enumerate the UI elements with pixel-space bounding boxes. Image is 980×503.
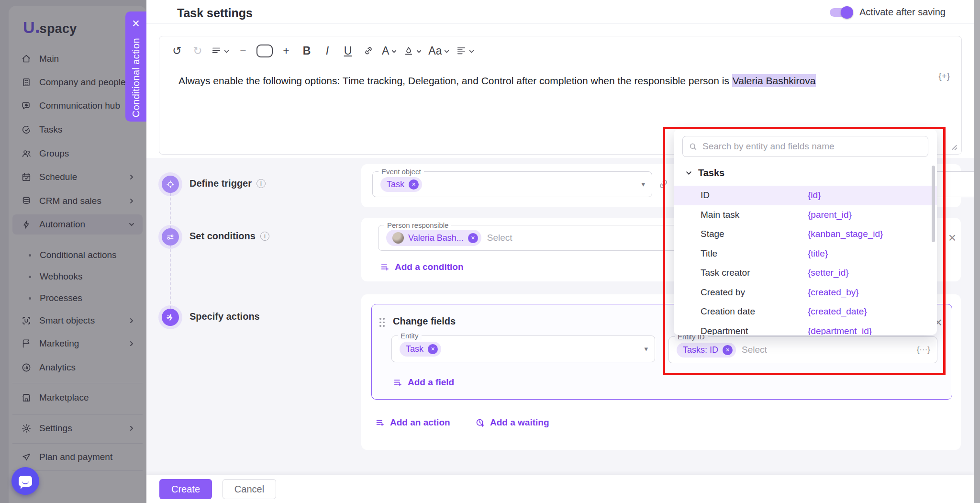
variable-picker-dropdown: Tasks ID{id} Main task{parent_id} Stage{… bbox=[674, 129, 937, 335]
picker-group-tasks[interactable]: Tasks bbox=[685, 168, 724, 179]
action-card-title: Change fields bbox=[393, 316, 456, 327]
add-condition-link[interactable]: Add a condition bbox=[380, 262, 464, 272]
chip-remove-icon[interactable]: × bbox=[428, 344, 438, 354]
line-spacing-button[interactable] bbox=[211, 43, 230, 58]
font-size-box[interactable] bbox=[256, 45, 273, 57]
chat-bubble-icon bbox=[19, 476, 32, 487]
toggle-knob bbox=[841, 6, 853, 19]
editor-text-plain: Always enable the following options: Tim… bbox=[178, 75, 732, 86]
chip-remove-icon[interactable]: × bbox=[468, 233, 478, 243]
increase-size-button[interactable]: + bbox=[279, 43, 293, 58]
align-button[interactable] bbox=[456, 43, 475, 58]
conditions-step-label: Set conditions bbox=[189, 231, 256, 242]
trigger-step-icon bbox=[162, 176, 179, 193]
activate-label: Activate after saving bbox=[859, 7, 946, 18]
screen: Uspacy Main Company and people Communica… bbox=[0, 0, 980, 503]
conditions-step: Set conditions i bbox=[189, 231, 269, 242]
actions-step-label: Specify actions bbox=[189, 311, 260, 322]
conditional-action-tab[interactable]: × Conditional action bbox=[125, 11, 146, 122]
add-field-link[interactable]: Add a field bbox=[393, 377, 454, 388]
field-label: Person responsible bbox=[384, 221, 451, 229]
insert-variable-button[interactable]: {···} bbox=[917, 345, 930, 355]
trigger-step-label: Define trigger bbox=[189, 178, 252, 189]
trigger-step: Define trigger i bbox=[189, 178, 266, 189]
editor-text[interactable]: Always enable the following options: Tim… bbox=[178, 74, 925, 88]
picker-row-department[interactable]: Department{department_id} bbox=[674, 322, 937, 335]
entity-id-chip: Tasks: ID× bbox=[677, 343, 736, 358]
actions-step-icon bbox=[162, 309, 179, 326]
actions-step: Specify actions bbox=[189, 311, 260, 322]
steps-connector bbox=[170, 193, 171, 309]
picker-search-field[interactable] bbox=[682, 136, 928, 157]
page-title: Task settings bbox=[177, 6, 253, 20]
editor-toolbar: ↺ ↻ − + B I U A Aa bbox=[170, 43, 475, 58]
activate-toggle-group: Activate after saving bbox=[830, 7, 946, 18]
modal-backdrop[interactable] bbox=[0, 0, 146, 503]
picker-field-list: ID{id} Main task{parent_id} Stage{kanban… bbox=[674, 186, 937, 335]
editor-text-highlighted: Valeria Bashkirova bbox=[732, 74, 816, 87]
picker-row-main-task[interactable]: Main task{parent_id} bbox=[674, 205, 937, 225]
picker-row-creation-date[interactable]: Creation date{created_date} bbox=[674, 302, 937, 322]
create-button[interactable]: Create bbox=[159, 479, 212, 499]
chip-remove-icon[interactable]: × bbox=[409, 179, 419, 190]
link-button[interactable] bbox=[361, 43, 376, 58]
cancel-button[interactable]: Cancel bbox=[223, 479, 276, 499]
search-icon bbox=[689, 142, 698, 151]
bold-button[interactable]: B bbox=[300, 43, 314, 58]
modal-footer: Create Cancel bbox=[146, 475, 974, 503]
highlight-color-button[interactable] bbox=[403, 43, 422, 58]
info-icon[interactable]: i bbox=[256, 179, 266, 188]
insert-variable-button[interactable]: {+} bbox=[938, 71, 950, 81]
info-icon[interactable]: i bbox=[260, 232, 269, 241]
redo-button[interactable]: ↻ bbox=[190, 43, 205, 58]
picker-row-id[interactable]: ID{id} bbox=[674, 186, 937, 205]
activate-toggle[interactable] bbox=[830, 8, 852, 17]
decrease-size-button[interactable]: − bbox=[236, 43, 250, 58]
select-placeholder: Select bbox=[742, 345, 767, 355]
event-object-chip: Task× bbox=[380, 177, 422, 192]
conditions-step-icon bbox=[162, 228, 179, 246]
avatar bbox=[392, 232, 404, 244]
entity-select[interactable]: Entity Task× ▾ bbox=[391, 335, 655, 362]
chat-widget-button[interactable] bbox=[11, 467, 39, 495]
picker-row-stage[interactable]: Stage{kanban_stage_id} bbox=[674, 224, 937, 244]
dropdown-arrow-icon: ▾ bbox=[641, 180, 645, 189]
undo-button[interactable]: ↺ bbox=[170, 43, 184, 58]
entity-chip: Task× bbox=[400, 342, 441, 357]
field-label: Event object bbox=[379, 168, 424, 176]
underline-button[interactable]: U bbox=[341, 43, 355, 58]
picker-row-title[interactable]: Title{title} bbox=[674, 244, 937, 264]
event-object-select[interactable]: Event object Task× ▾ bbox=[372, 171, 652, 197]
picker-scrollbar[interactable] bbox=[932, 166, 935, 242]
page-scrollbar[interactable] bbox=[974, 0, 980, 503]
select-placeholder: Select bbox=[487, 233, 512, 243]
add-action-link[interactable]: Add an action bbox=[375, 417, 450, 428]
font-family-button[interactable]: Aa bbox=[428, 43, 450, 58]
drag-handle-icon[interactable] bbox=[379, 318, 385, 327]
picker-group-label: Tasks bbox=[698, 168, 724, 179]
entity-id-select[interactable]: Entity ID Tasks: ID× Select {···} bbox=[668, 336, 937, 363]
person-chip: Valeria Bash...× bbox=[386, 230, 481, 246]
picker-row-created-by[interactable]: Created by{created_by} bbox=[674, 283, 937, 302]
chevron-down-icon bbox=[685, 169, 692, 177]
picker-row-task-creator[interactable]: Task creator{setter_id} bbox=[674, 263, 937, 283]
search-input[interactable] bbox=[702, 141, 922, 152]
resize-handle-icon[interactable] bbox=[951, 144, 958, 150]
modal-header: Task settings Activate after saving bbox=[146, 0, 980, 24]
tab-label: Conditional action bbox=[131, 38, 142, 117]
chip-remove-icon[interactable]: × bbox=[723, 345, 733, 355]
field-label: Entity bbox=[398, 332, 422, 340]
italic-button[interactable]: I bbox=[320, 43, 334, 58]
close-icon[interactable]: × bbox=[132, 17, 140, 30]
add-waiting-link[interactable]: Add a waiting bbox=[475, 417, 549, 428]
text-color-button[interactable]: A bbox=[382, 43, 397, 58]
chain-link-icon bbox=[657, 178, 669, 192]
dropdown-arrow-icon: ▾ bbox=[644, 345, 648, 353]
remove-condition-icon[interactable]: × bbox=[948, 231, 956, 245]
